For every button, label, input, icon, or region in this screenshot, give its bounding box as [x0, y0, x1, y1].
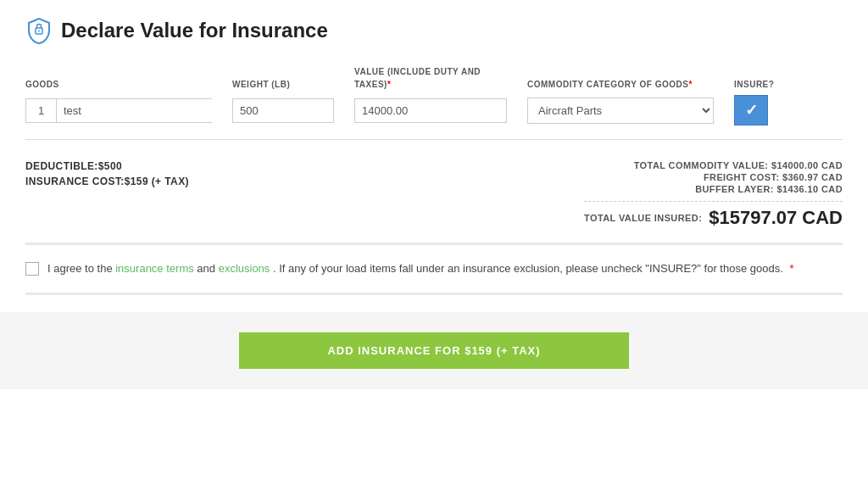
deductible-line: DEDUCTIBLE:$500 [25, 160, 189, 172]
column-headers: GOODS WEIGHT (LB) VALUE (Include duty an… [25, 64, 843, 90]
page-title-row: Declare Value for Insurance [25, 17, 843, 44]
insure-checkbox-wrapper[interactable]: ✓ [734, 95, 768, 125]
insure-checkmark: ✓ [745, 101, 758, 120]
total-insured-value: $15797.07 CAD [709, 207, 843, 229]
commodity-required-star: * [688, 80, 692, 89]
value-col-label: VALUE (Include duty and taxes)* [354, 67, 481, 89]
footer-section: ADD INSURANCE FOR $159 (+ tax) [0, 312, 868, 389]
insurance-cost-line: INSURANCE COST:$159 (+ tax) [25, 176, 189, 187]
goods-number-input[interactable] [26, 99, 57, 122]
shield-lock-icon [25, 17, 53, 44]
commodity-select[interactable]: Aircraft Parts Electronics Clothing Mach… [527, 98, 714, 124]
terms-text: I agree to the insurance terms and exclu… [47, 260, 793, 277]
total-insured-row: TOTAL VALUE INSURED: $15797.07 CAD [584, 201, 843, 229]
value-required-star: * [387, 80, 391, 89]
terms-section: I agree to the insurance terms and exclu… [25, 245, 843, 293]
insure-col-label: INSURE? [734, 80, 774, 89]
freight-cost-line: FREIGHT COST: $360.97 CAD [704, 172, 843, 182]
terms-required-star: * [789, 262, 793, 275]
svg-point-1 [38, 31, 40, 32]
right-summary: TOTAL COMMODITY VALUE: $14000.00 CAD FRE… [584, 160, 843, 229]
value-input[interactable] [354, 98, 507, 123]
exclusions-link[interactable]: exclusions [219, 262, 270, 275]
total-commodity-line: TOTAL COMMODITY VALUE: $14000.00 CAD [634, 160, 843, 170]
buffer-layer-line: BUFFER LAYER: $1436.10 CAD [695, 184, 843, 194]
left-summary: DEDUCTIBLE:$500 INSURANCE COST:$159 (+ t… [25, 160, 189, 187]
summary-section: DEDUCTIBLE:$500 INSURANCE COST:$159 (+ t… [25, 147, 843, 242]
weight-col-label: WEIGHT (LB) [232, 80, 290, 89]
weight-input[interactable] [232, 98, 334, 123]
goods-col-label: GOODS [25, 80, 59, 89]
add-insurance-button[interactable]: ADD INSURANCE FOR $159 (+ tax) [239, 332, 629, 369]
total-insured-label: TOTAL VALUE INSURED: [584, 213, 702, 223]
goods-row: Aircraft Parts Electronics Clothing Mach… [25, 95, 843, 125]
commodity-col-label: COMMODITY CATEGORY OF GOODS* [527, 80, 693, 89]
divider-bottom [25, 293, 843, 295]
goods-name-input[interactable] [57, 99, 213, 122]
insurance-terms-link[interactable]: insurance terms [115, 262, 193, 275]
terms-agree-checkbox[interactable] [25, 262, 39, 276]
goods-combo [25, 98, 212, 123]
divider-top [25, 139, 843, 140]
page-title: Declare Value for Insurance [61, 19, 328, 42]
